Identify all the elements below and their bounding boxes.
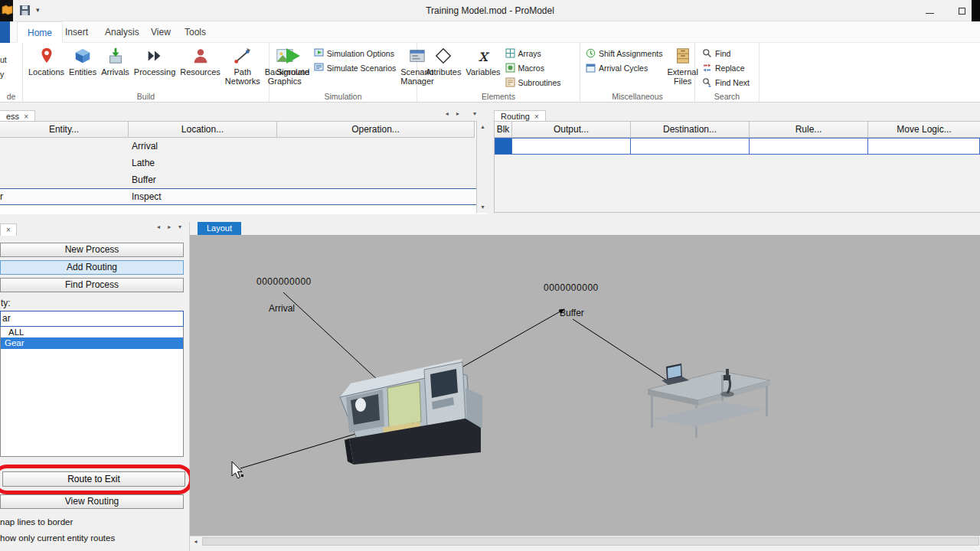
path-networks-icon <box>233 46 253 66</box>
cell-output[interactable] <box>512 138 631 155</box>
column-header-move-logic[interactable]: Move Logic... <box>868 122 980 138</box>
table-row-selected[interactable]: r Inspect <box>0 188 488 205</box>
locations-label: Locations <box>28 67 64 77</box>
tab-layout[interactable]: Layout <box>198 222 241 235</box>
column-header-output[interactable]: Output... <box>512 122 631 138</box>
tab-tools[interactable]: Tools <box>175 21 216 43</box>
cell-location[interactable]: Lathe <box>129 155 277 171</box>
macros-label: Macros <box>518 64 544 73</box>
shift-assignments-label: Shift Assignments <box>599 49 662 58</box>
ribbon-group-miscellaneous: Shift Assignments Arrival Cycles Externa… <box>580 43 695 102</box>
column-header-location[interactable]: Location... <box>129 122 277 138</box>
table-row[interactable]: Lathe <box>0 155 488 171</box>
find-button[interactable]: Find <box>700 46 752 60</box>
tab-insert-label: Insert <box>65 27 88 37</box>
layout-horizontal-scrollbar[interactable]: ◂ <box>190 536 980 546</box>
process-tab-strip: ess × ◂ ▸ ▾ <box>0 109 488 121</box>
simulate-icon <box>283 46 302 66</box>
layout-canvas[interactable]: 0000000000 Arrival 0000000000 Buffer <box>190 235 980 536</box>
panel-nav-arrows[interactable]: ◂ ▸ <box>157 223 174 230</box>
scroll-up-icon[interactable]: ▴ <box>477 121 488 132</box>
cell-move-logic[interactable] <box>868 138 980 155</box>
close-icon[interactable]: × <box>6 226 11 234</box>
entities-button[interactable]: Entities <box>67 44 99 92</box>
lathe-machine-graphic <box>340 359 482 465</box>
simulation-options-button[interactable]: Simulation Options <box>312 46 398 60</box>
route-to-exit-button[interactable]: Route to Exit <box>2 471 185 487</box>
list-item-all[interactable]: ALL <box>1 327 183 337</box>
snap-lines-checkbox-label[interactable]: nap lines to border <box>0 517 73 527</box>
entity-field-label: ty: <box>1 298 11 308</box>
cell-entity[interactable] <box>0 155 129 171</box>
close-icon[interactable]: × <box>24 112 28 121</box>
close-icon[interactable]: × <box>534 112 539 121</box>
column-header-entity[interactable]: Entity... <box>0 122 129 138</box>
resources-button[interactable]: Resources <box>178 44 223 92</box>
find-process-button[interactable]: Find Process <box>0 278 184 292</box>
attributes-button[interactable]: Attributes <box>423 44 463 92</box>
column-header-operation[interactable]: Operation... <box>277 122 475 138</box>
cell-operation[interactable] <box>277 155 475 171</box>
cell-rule[interactable] <box>750 138 868 155</box>
ribbon: ut y de Locations Entities Arrivals <box>0 43 980 103</box>
scroll-left-icon[interactable]: ◂ <box>190 536 201 546</box>
entity-combo-box[interactable]: ar <box>0 311 184 327</box>
shift-assignments-button[interactable]: Shift Assignments <box>583 46 665 60</box>
cell-location[interactable]: Arrival <box>129 138 277 155</box>
show-current-routes-checkbox-label[interactable]: how only current entity routes <box>0 533 115 543</box>
column-header-blk[interactable]: Blk <box>495 122 512 138</box>
panel-menu-arrow-icon[interactable]: ▾ <box>178 223 185 230</box>
cell-location[interactable]: Inspect <box>129 189 277 204</box>
macros-button[interactable]: Macros <box>503 60 564 75</box>
arrays-button[interactable]: Arrays <box>503 46 564 60</box>
cell-entity[interactable] <box>0 138 129 155</box>
clipped-button-fragment[interactable]: ut <box>0 55 7 64</box>
cell-entity[interactable] <box>0 171 129 188</box>
locations-button[interactable]: Locations <box>26 44 67 92</box>
arrivals-label: Arrivals <box>101 67 129 77</box>
view-routing-button[interactable]: View Routing <box>0 494 184 509</box>
column-header-rule[interactable]: Rule... <box>750 122 868 138</box>
entity-list-box[interactable]: ALL Gear <box>0 327 184 457</box>
cell-blk-selected[interactable] <box>495 138 512 155</box>
tab-insert[interactable]: Insert <box>55 21 98 43</box>
ribbon-group-elements: Attributes x Variables Arrays Macros <box>417 43 580 102</box>
table-row[interactable]: Arrival <box>0 138 488 155</box>
table-row[interactable]: Buffer <box>0 171 488 188</box>
routing-row-selected[interactable] <box>495 138 980 155</box>
scrollbar-thumb[interactable] <box>202 537 979 546</box>
cell-entity[interactable]: r <box>0 189 129 204</box>
variables-label: Variables <box>466 67 500 77</box>
ribbon-group-search: Find Replace Find Next Search <box>695 43 760 102</box>
new-process-button[interactable]: New Process <box>0 243 184 257</box>
variables-icon: x <box>473 46 493 66</box>
subroutines-button[interactable]: Subroutines <box>503 75 564 90</box>
add-routing-button[interactable]: Add Routing <box>0 260 184 275</box>
panel-menu-arrow-icon[interactable]: ▾ <box>473 110 479 117</box>
list-item-gear-selected[interactable]: Gear <box>1 337 183 349</box>
minimize-button[interactable] <box>914 0 945 21</box>
tab-routing-label: Routing <box>501 112 530 121</box>
cell-operation[interactable] <box>277 171 475 188</box>
cell-operation[interactable] <box>277 138 475 155</box>
variables-button[interactable]: x Variables <box>463 44 502 92</box>
panel-nav-arrows[interactable]: ◂ ▸ <box>446 110 462 117</box>
cell-operation[interactable] <box>277 189 475 204</box>
processing-button[interactable]: Processing <box>132 44 178 92</box>
file-tab-stub[interactable] <box>0 21 10 43</box>
find-next-button[interactable]: Find Next <box>700 75 752 90</box>
simulate-scenarios-button[interactable]: Simulate Scenarios <box>312 60 398 75</box>
clipped-button-fragment[interactable]: y <box>0 70 4 79</box>
process-vertical-scrollbar[interactable]: ▴ ▾ <box>476 121 488 213</box>
scroll-down-icon[interactable]: ▾ <box>477 201 488 213</box>
process-table: Entity... Location... Operation... Arriv… <box>0 121 488 213</box>
arrivals-button[interactable]: Arrivals <box>99 44 132 92</box>
arrival-cycles-button[interactable]: Arrival Cycles <box>583 60 665 75</box>
tab-tools-panel[interactable]: × <box>0 223 17 236</box>
column-header-destination[interactable]: Destination... <box>631 122 750 138</box>
path-networks-button[interactable]: Path Networks <box>223 44 263 92</box>
simulate-button[interactable]: Simulate <box>274 44 312 92</box>
cell-destination[interactable] <box>631 138 750 155</box>
cell-location[interactable]: Buffer <box>129 171 277 188</box>
replace-button[interactable]: Replace <box>700 60 752 75</box>
